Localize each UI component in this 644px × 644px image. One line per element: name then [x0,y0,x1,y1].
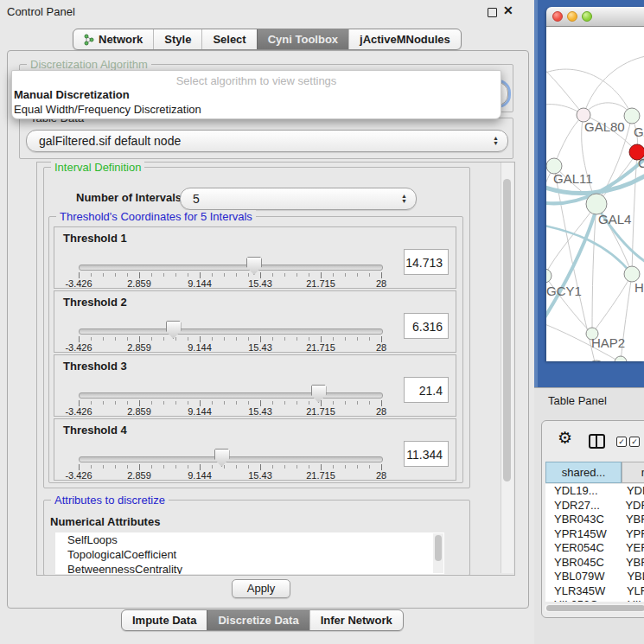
network-edge[interactable] [554,115,583,166]
slider-tick-labels: -3.4262.8599.14415.4321.71528 [79,278,381,289]
close-icon[interactable]: ✕ [503,3,513,17]
tab-discretize-data[interactable]: Discretize Data [207,610,309,630]
tab-jactivemnodules-label: jActiveMNodules [360,29,450,49]
network-icon [84,34,94,46]
network-canvas[interactable]: GAL80GACGAL11GAL4GCY1HHAP2 [546,27,644,361]
network-node[interactable] [587,360,606,361]
combo-arrows-icon: ▲▼ [493,136,507,146]
table-row[interactable]: YBL079WYBL0 [545,570,644,584]
tab-impute-data[interactable]: Impute Data [122,610,207,630]
network-node-label: GAL80 [584,119,625,134]
threshold-3-slider[interactable] [79,392,383,399]
minimize-traffic-light-icon[interactable] [567,11,577,22]
threshold-4-label: Threshold 4 [63,424,127,437]
columns-icon[interactable] [589,434,605,449]
table-cell: YBR0 [619,556,644,571]
attributes-group-title: Attributes to discretize [51,494,169,507]
tab-style[interactable]: Style [153,29,201,49]
table-row[interactable]: YPR145WYPR1 [545,527,644,542]
hscrollbar-thumb[interactable] [546,605,644,611]
threshold-2-value-field[interactable]: 6.316 [404,313,449,339]
tab-jactivemnodules[interactable]: jActiveMNodules [348,29,461,49]
table-cell: YBR0 [619,513,644,527]
table-cell: YDR27... [545,499,618,513]
network-node-label: H [634,280,644,295]
vertical-scrollbar[interactable] [501,163,513,573]
threshold-2-slider[interactable] [79,328,383,335]
threshold-4-value-field[interactable]: 11.344 [404,441,449,467]
tab-select[interactable]: Select [201,29,256,49]
table-cell: YER054C [545,541,619,556]
network-edge[interactable] [592,274,632,334]
close-traffic-light-icon[interactable] [552,11,563,22]
attribute-item[interactable]: BetweennessCentrality [55,562,444,574]
network-node-label: GA [634,124,644,139]
numerical-attributes-header: Numerical Attributes [50,515,160,528]
network-canvas-svg: GAL80GACGAL11GAL4GCY1HHAP2 [546,27,644,361]
tab-network[interactable]: Network [73,29,153,49]
column-header-name[interactable]: na [622,462,644,483]
threshold-1-value-field[interactable]: 14.713 [404,249,449,275]
table-cell: YIL052C [545,598,621,602]
table-cell: YBL079W [545,570,620,584]
interval-definition-title: Interval Definition [51,161,144,174]
network-window-titlebar[interactable] [546,7,644,27]
tab-cyni-toolbox[interactable]: Cyni Toolbox [257,29,348,49]
network-node-label: GAL4 [598,212,631,226]
network-node-label: HAP2 [591,335,625,350]
slider-tick-labels: -3.4262.8599.14415.4321.71528 [79,406,381,417]
horizontal-scrollbar[interactable] [545,604,644,612]
tab-infer-network[interactable]: Infer Network [309,610,403,630]
attribute-item[interactable]: SelfLoops [55,532,444,547]
table-row[interactable]: YBR045CYBR0 [545,556,644,571]
threshold-4-slider[interactable] [79,456,383,462]
gear-icon[interactable]: ⚙ [558,428,572,448]
column-header-shared-name[interactable]: shared... [545,462,622,483]
network-node-label: GCY1 [546,284,582,298]
tab-discretize-data-label: Discretize Data [218,610,298,630]
algorithm-option-equal-width[interactable]: Equal Width/Frequency Discretization [14,103,201,116]
checkbox-icon[interactable]: ✓ [629,437,640,447]
threshold-1-label: Threshold 1 [63,232,127,245]
threshold-row-2: Threshold 2 -3.4262.8599.14415.4321.7152… [54,290,456,353]
float-window-icon[interactable] [488,8,497,17]
threshold-1-slider[interactable] [79,265,383,271]
panel-title: Control Panel [7,5,75,18]
threshold-3-value-field[interactable]: 21.4 [404,377,449,403]
list-scrollbar[interactable] [433,533,443,573]
table-cell: YDR2 [618,499,644,513]
threshold-row-4: Threshold 4 -3.4262.8599.14415.4321.7152… [54,418,456,481]
bottom-tab-bar: Impute Data Discretize Data Infer Networ… [121,609,404,631]
zoom-traffic-light-icon[interactable] [582,11,592,22]
checkbox-icon[interactable]: ✓ [616,437,627,447]
slider-tick-labels: -3.4262.8599.14415.4321.71528 [79,342,381,353]
table-row[interactable]: YER054CYER0 [545,541,644,556]
threshold-3-label: Threshold 3 [63,360,127,373]
tab-infer-network-label: Infer Network [321,610,392,630]
table-row[interactable]: YIL052CYIL0 [545,598,644,602]
scrollbar-thumb[interactable] [503,179,511,481]
attribute-item[interactable]: TopologicalCoefficient [55,547,444,562]
network-node[interactable] [615,356,627,361]
table-row[interactable]: YDL19...YDL1 [545,484,644,499]
table-data-combo[interactable]: galFiltered.sif default node ▲▼ [26,130,508,152]
num-intervals-combo[interactable]: 5 ▲▼ [180,188,417,210]
table-panel-card: ⚙ ✓ ✓ shared... na YDL19...YDL1YDR27...Y… [541,420,644,618]
tab-network-label: Network [99,29,143,49]
tab-cyni-toolbox-label: Cyni Toolbox [268,29,338,49]
network-node[interactable] [546,269,552,283]
table-cell: YLR345W [545,584,620,599]
table-row[interactable]: YDR27...YDR2 [545,499,644,513]
table-cell: YBL0 [620,570,644,584]
table-row[interactable]: YLR345WYLR3 [545,584,644,599]
combo-arrows-icon: ▲▼ [401,194,416,204]
tab-impute-data-label: Impute Data [132,610,196,630]
table-row[interactable]: YBR043CYBR0 [545,513,644,527]
numerical-attributes-list[interactable]: SelfLoopsTopologicalCoefficientBetweenne… [55,532,444,574]
network-node[interactable] [624,108,640,124]
algorithm-option-manual[interactable]: Manual Discretization [14,88,130,101]
table-cell: YPR1 [619,527,644,542]
apply-button[interactable]: Apply [232,579,290,598]
app-screen: Control Panel ✕ Network Style Select Cyn… [0,0,644,644]
list-scrollbar-thumb[interactable] [435,535,442,561]
